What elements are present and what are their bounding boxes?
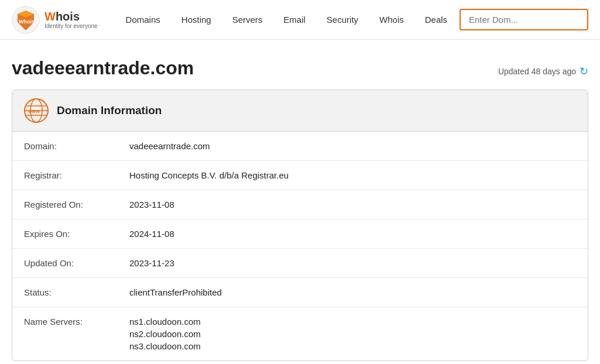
row-value-status: clientTransferProhibited — [118, 278, 588, 307]
table-row: Expires On: 2024-11-08 — [12, 219, 588, 249]
nav-item-domains[interactable]: Domains — [115, 0, 171, 40]
row-value-registrar: Hosting Concepts B.V. d/b/a Registrar.eu — [118, 161, 588, 190]
domain-info-card: WWW Domain Information Domain: vadeeearn… — [12, 90, 588, 361]
card-header-title: Domain Information — [57, 104, 162, 117]
nav-item-servers[interactable]: Servers — [222, 0, 273, 40]
card-header: WWW Domain Information — [12, 90, 588, 132]
table-row: Registered On: 2023-11-08 — [12, 190, 588, 219]
domain-info-table: Domain: vadeeearntrade.com Registrar: Ho… — [12, 132, 588, 360]
whois-logo-icon: Whois — [12, 6, 40, 34]
ns3: ns3.cloudoon.com — [129, 341, 576, 351]
table-row: Updated On: 2023-11-23 — [12, 249, 588, 278]
nav-item-whois[interactable]: Whois — [369, 0, 414, 40]
row-value-updated-on: 2023-11-23 — [118, 249, 588, 278]
svg-text:Whois: Whois — [19, 19, 35, 25]
row-label-registered-on: Registered On: — [12, 190, 118, 219]
ns2: ns2.cloudoon.com — [129, 329, 576, 339]
table-row: Name Servers: ns1.cloudoon.com ns2.cloud… — [12, 307, 588, 361]
row-value-nameservers: ns1.cloudoon.com ns2.cloudoon.com ns3.cl… — [118, 307, 588, 361]
row-label-domain: Domain: — [12, 132, 118, 161]
table-row: Registrar: Hosting Concepts B.V. d/b/a R… — [12, 161, 588, 190]
site-logo[interactable]: Whois Whois Identity for everyone — [12, 6, 98, 34]
domain-search-input[interactable] — [460, 9, 588, 30]
nav-item-email[interactable]: Email — [273, 0, 316, 40]
row-value-registered-on: 2023-11-08 — [118, 190, 588, 219]
nav-item-security[interactable]: Security — [316, 0, 369, 40]
row-value-domain: vadeeearntrade.com — [118, 132, 588, 161]
refresh-icon[interactable]: ↻ — [580, 65, 588, 78]
row-value-expires-on: 2024-11-08 — [118, 219, 588, 249]
row-label-nameservers: Name Servers: — [12, 307, 118, 361]
row-label-status: Status: — [12, 278, 118, 307]
row-label-expires-on: Expires On: — [12, 219, 118, 249]
svg-text:WWW: WWW — [28, 109, 40, 114]
ns1: ns1.cloudoon.com — [129, 317, 576, 327]
nav-item-hosting[interactable]: Hosting — [171, 0, 222, 40]
table-row: Domain: vadeeearntrade.com — [12, 132, 588, 161]
main-nav: Domains Hosting Servers Email Security W… — [115, 0, 460, 40]
updated-label: Updated 48 days ago — [498, 67, 576, 76]
table-row: Status: clientTransferProhibited — [12, 278, 588, 307]
logo-text-group: Whois Identity for everyone — [44, 10, 98, 29]
nav-item-deals[interactable]: Deals — [414, 0, 458, 40]
domain-title: vadeeearntrade.com — [12, 57, 194, 79]
www-icon: WWW — [24, 98, 49, 123]
row-label-updated-on: Updated On: — [12, 249, 118, 278]
row-label-registrar: Registrar: — [12, 161, 118, 190]
